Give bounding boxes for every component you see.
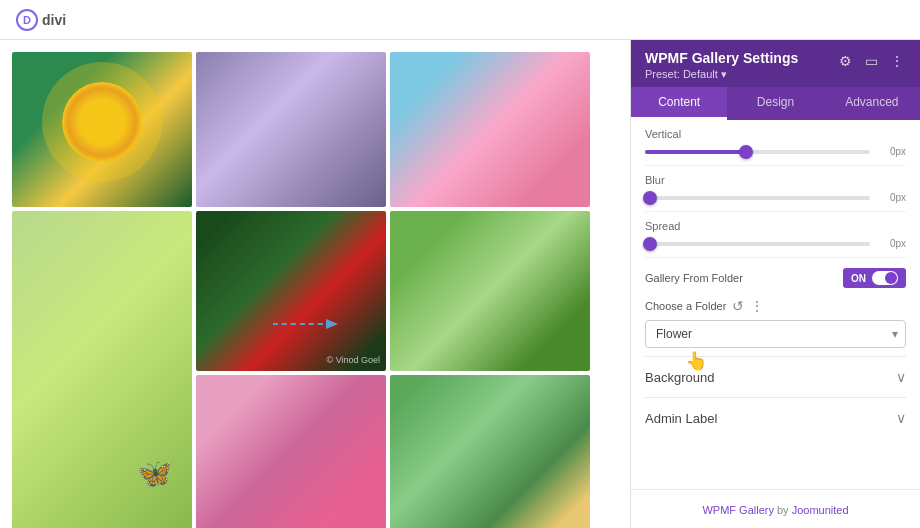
- toggle-on-label: ON: [851, 273, 866, 284]
- footer-joomunited-link[interactable]: Joomunited: [792, 504, 849, 516]
- gallery-cell-pink-flowers: [390, 52, 590, 207]
- vertical-slider-thumb[interactable]: [739, 145, 753, 159]
- admin-label-section-header[interactable]: Admin Label ∨: [645, 410, 906, 426]
- gallery-grid: [0, 40, 630, 528]
- blur-slider-container: 0px: [645, 192, 906, 203]
- toggle-switch-knob: [885, 272, 897, 284]
- panel-preset[interactable]: Preset: Default ▾: [645, 68, 836, 81]
- panel-title: WPMF Gallery Settings: [645, 50, 836, 66]
- main-layout: WPMF Gallery Settings Preset: Default ▾ …: [0, 40, 920, 528]
- logo-d: D: [23, 14, 31, 26]
- admin-label-collapse-icon: ∨: [896, 410, 906, 426]
- tab-advanced[interactable]: Advanced: [824, 87, 920, 120]
- panel-header-icons: ⚙ ▭ ⋮: [836, 52, 906, 70]
- blur-slider-value: 0px: [878, 192, 906, 203]
- layout-icon[interactable]: ▭: [862, 52, 880, 70]
- tab-design[interactable]: Design: [727, 87, 823, 120]
- logo-circle: D: [16, 9, 38, 31]
- app-header: D divi: [0, 0, 920, 40]
- gallery-from-folder-row: Gallery From Folder ON: [645, 258, 906, 294]
- vertical-slider-track: [645, 150, 870, 154]
- blur-label: Blur: [645, 174, 906, 186]
- panel-footer: WPMF Gallery by Joomunited: [631, 489, 920, 528]
- gallery-cell-landscape: [390, 375, 590, 528]
- divi-logo: D divi: [16, 9, 66, 31]
- choose-folder-row: Choose a Folder ↺ ⋮ Flower Nature Animal…: [645, 294, 906, 356]
- folder-reload-icon[interactable]: ↺: [732, 298, 744, 314]
- spread-slider-thumb[interactable]: [643, 237, 657, 251]
- spread-slider-container: 0px: [645, 238, 906, 249]
- choose-folder-label: Choose a Folder: [645, 300, 726, 312]
- gallery-cell-purple-flowers: [196, 52, 386, 207]
- background-collapse-icon: ∨: [896, 369, 906, 385]
- gallery-from-folder-toggle[interactable]: ON: [843, 268, 906, 288]
- svg-marker-0: [326, 319, 338, 329]
- spread-slider-track: [645, 242, 870, 246]
- gallery-cell-red-flower: [196, 211, 386, 371]
- footer-wpmf-link[interactable]: WPMF Gallery: [702, 504, 774, 516]
- vertical-slider-fill: [645, 150, 746, 154]
- more-options-icon[interactable]: ⋮: [888, 52, 906, 70]
- vertical-slider-container: 0px: [645, 146, 906, 157]
- tab-content[interactable]: Content: [631, 87, 727, 120]
- blur-slider-track: [645, 196, 870, 200]
- settings-icon[interactable]: ⚙: [836, 52, 854, 70]
- admin-label-title: Admin Label: [645, 411, 717, 426]
- spread-label: Spread: [645, 220, 906, 232]
- spread-slider-row: Spread 0px: [645, 212, 906, 258]
- panel-header: WPMF Gallery Settings Preset: Default ▾ …: [631, 40, 920, 87]
- spread-slider-value: 0px: [878, 238, 906, 249]
- blur-slider-row: Blur 0px: [645, 166, 906, 212]
- vertical-slider-row: Vertical 0px: [645, 120, 906, 166]
- logo-text: divi: [42, 12, 66, 28]
- settings-panel: WPMF Gallery Settings Preset: Default ▾ …: [630, 40, 920, 528]
- gallery-cell-butterfly: [12, 211, 192, 528]
- gallery-cell-cosmos: [196, 375, 386, 528]
- admin-label-section: Admin Label ∨: [645, 397, 906, 438]
- gallery-from-folder-label: Gallery From Folder: [645, 272, 743, 284]
- dashed-arrow: [268, 309, 338, 343]
- main-content: [0, 40, 630, 528]
- panel-title-area: WPMF Gallery Settings Preset: Default ▾: [645, 50, 836, 81]
- toggle-switch-bg: [872, 271, 898, 285]
- folder-label-row: Choose a Folder ↺ ⋮: [645, 298, 906, 314]
- folder-select-wrapper: Flower Nature Animals Architecture ▾: [645, 320, 906, 348]
- folder-select[interactable]: Flower Nature Animals Architecture: [645, 320, 906, 348]
- panel-tabs: Content Design Advanced: [631, 87, 920, 120]
- vertical-slider-value: 0px: [878, 146, 906, 157]
- footer-by: by: [777, 504, 789, 516]
- vertical-label: Vertical: [645, 128, 906, 140]
- folder-more-icon[interactable]: ⋮: [750, 298, 764, 314]
- panel-body: Vertical 0px Blur 0px: [631, 120, 920, 489]
- footer-text: WPMF Gallery by Joomunited: [702, 504, 848, 516]
- blur-slider-thumb[interactable]: [643, 191, 657, 205]
- gallery-cell-sunflower: [12, 52, 192, 207]
- cursor-icon: 👆: [685, 350, 707, 372]
- gallery-cell-field: [390, 211, 590, 371]
